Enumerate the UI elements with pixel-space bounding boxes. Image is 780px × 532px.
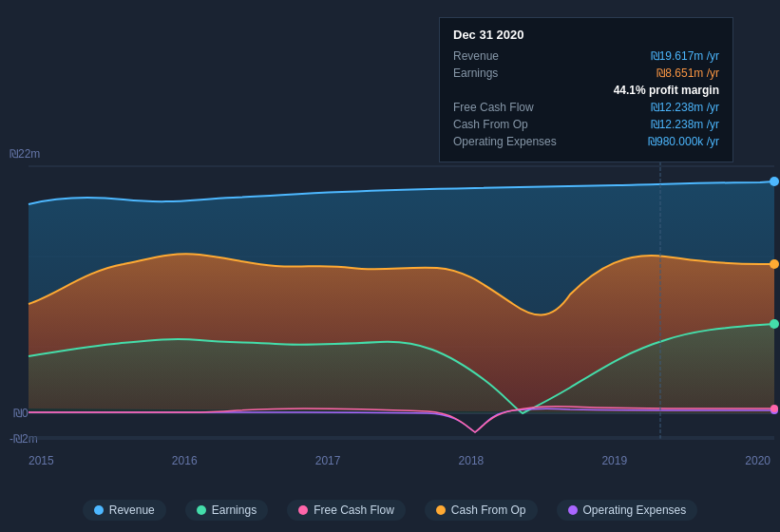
- tooltip-profit-margin: 44.1% profit margin: [614, 84, 719, 97]
- chart-legend: Revenue Earnings Free Cash Flow Cash Fro…: [0, 500, 780, 521]
- legend-dot-cashfromop: [436, 505, 446, 515]
- tooltip-fcf-row: Free Cash Flow ₪12.238m /yr: [453, 101, 719, 114]
- tooltip-revenue-label: Revenue: [453, 49, 499, 63]
- x-label-2015: 2015: [29, 454, 54, 467]
- legend-item-cashfromop[interactable]: Cash From Op: [425, 500, 538, 521]
- tooltip-opex-row: Operating Expenses ₪980.000k /yr: [453, 135, 719, 148]
- tooltip-cashfromop-label: Cash From Op: [453, 118, 528, 131]
- legend-item-fcf[interactable]: Free Cash Flow: [287, 500, 406, 521]
- tooltip-fcf-label: Free Cash Flow: [453, 101, 534, 114]
- tooltip-profit-row: 44.1% profit margin: [453, 84, 719, 97]
- legend-label-earnings: Earnings: [212, 504, 257, 517]
- legend-item-opex[interactable]: Operating Expenses: [557, 500, 698, 521]
- earnings-dot: [770, 259, 779, 269]
- tooltip-revenue-value: ₪19.617m /yr: [651, 49, 719, 63]
- legend-label-cashfromop: Cash From Op: [451, 504, 526, 517]
- legend-label-opex: Operating Expenses: [583, 504, 687, 517]
- legend-dot-fcf: [298, 505, 308, 515]
- legend-label-revenue: Revenue: [109, 504, 155, 517]
- tooltip-earnings-label: Earnings: [453, 66, 498, 80]
- legend-dot-earnings: [197, 505, 206, 515]
- tooltip-cashfromop-row: Cash From Op ₪12.238m /yr: [453, 118, 719, 131]
- tooltip-earnings-value: ₪8.651m /yr: [656, 66, 719, 80]
- x-label-2018: 2018: [459, 454, 485, 467]
- tooltip-opex-label: Operating Expenses: [453, 135, 557, 148]
- tooltip-opex-value: ₪980.000k /yr: [648, 135, 719, 148]
- legend-item-earnings[interactable]: Earnings: [185, 500, 268, 521]
- legend-dot-revenue: [94, 505, 104, 515]
- tooltip-title: Dec 31 2020: [453, 28, 719, 42]
- x-label-2020: 2020: [745, 454, 770, 467]
- fcf-dot: [770, 319, 779, 329]
- tooltip-cashfromop-value: ₪12.238m /yr: [651, 118, 719, 131]
- legend-label-fcf: Free Cash Flow: [314, 504, 394, 517]
- legend-dot-opex: [568, 505, 578, 515]
- x-label-2016: 2016: [172, 454, 198, 467]
- x-label-2017: 2017: [315, 454, 341, 467]
- tooltip-fcf-value: ₪12.238m /yr: [651, 101, 719, 114]
- freecashflow-dot: [770, 405, 778, 412]
- x-label-2019: 2019: [601, 454, 627, 467]
- data-tooltip: Dec 31 2020 Revenue ₪19.617m /yr Earning…: [439, 17, 733, 162]
- tooltip-revenue-row: Revenue ₪19.617m /yr: [453, 49, 719, 63]
- tooltip-earnings-row: Earnings ₪8.651m /yr: [453, 66, 719, 80]
- legend-item-revenue[interactable]: Revenue: [83, 500, 166, 521]
- revenue-dot: [770, 177, 779, 186]
